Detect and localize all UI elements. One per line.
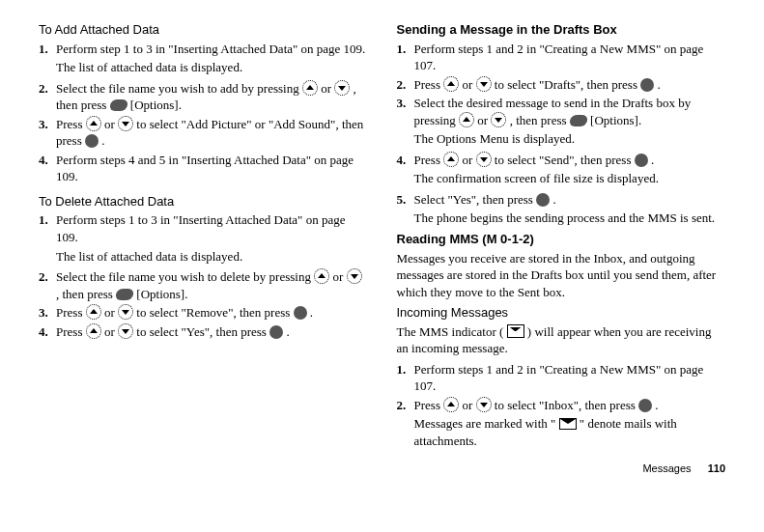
down-icon: [476, 397, 492, 412]
send-steps-list: 1. Perform steps 1 and 2 in "Creating a …: [397, 41, 726, 227]
up-icon: [443, 397, 459, 412]
step-number: 3.: [39, 304, 56, 322]
step-text: .: [310, 305, 313, 320]
up-icon: [314, 268, 329, 284]
step-text: to select "Inbox", then press: [495, 398, 638, 412]
step-body: Select the desired message to send in th…: [414, 95, 726, 128]
step-text: or: [462, 398, 475, 412]
step-number: 2.: [397, 397, 414, 414]
footer-section: Messages: [642, 462, 691, 474]
attachment-envelope-icon: [559, 418, 577, 430]
list-item: 5. Select "Yes", then press .: [397, 191, 726, 209]
step-text: Press: [56, 305, 86, 320]
list-item: 3. Press or to select "Remove", then pre…: [39, 304, 368, 322]
step-text: or: [462, 153, 475, 167]
list-item: 4. Press or to select "Send", then press…: [397, 152, 726, 169]
step-text: .: [657, 77, 660, 92]
step-number: 5.: [397, 191, 414, 209]
up-icon: [302, 80, 318, 96]
step-text: , then press: [56, 287, 116, 301]
ok-key-icon: [269, 325, 283, 339]
list-item: 2. Press or to select "Inbox", then pres…: [397, 397, 726, 414]
list-item: 2. Select the file name you wish to add …: [39, 80, 368, 114]
down-icon: [118, 116, 133, 131]
step-number: 4.: [39, 152, 56, 185]
ok-key-icon: [536, 193, 550, 207]
step-body: Select the file name you wish to delete …: [56, 268, 368, 302]
list-item: 1. Perform steps 1 to 3 in "Inserting At…: [39, 211, 368, 245]
step-text: .: [655, 398, 658, 412]
right-column: Sending a Message in the Drafts Box 1. P…: [397, 21, 726, 454]
step-text: to select "Remove", then press: [136, 305, 293, 320]
step-number: 3.: [39, 116, 56, 150]
step-body: Press or to select "Send", then press .: [414, 152, 726, 169]
step-subtext: The list of attached data is displayed.: [56, 59, 368, 76]
ok-key-icon: [640, 78, 654, 92]
down-icon: [118, 304, 133, 320]
step-number: 4.: [39, 323, 56, 341]
step-subtext: The confirmation screen of file size is …: [414, 170, 726, 187]
down-icon: [476, 152, 492, 167]
up-icon: [86, 116, 101, 131]
left-column: To Add Attached Data 1. Perform step 1 t…: [39, 21, 368, 454]
step-text: or: [477, 113, 491, 127]
heading-delete-attached: To Delete Attached Data: [39, 193, 368, 210]
mms-indicator-icon: [507, 324, 524, 338]
step-text: to select "Yes", then press: [136, 324, 269, 339]
up-icon: [443, 76, 459, 92]
down-icon: [118, 323, 133, 339]
down-icon: [334, 80, 350, 96]
delete-steps-list: 1. Perform steps 1 to 3 in "Inserting At…: [39, 211, 368, 340]
list-item: 3. Press or to select "Add Picture" or "…: [39, 116, 368, 150]
step-number: 1.: [39, 211, 56, 245]
step-text: Select the file name you wish to delete …: [56, 269, 314, 284]
step-text: Perform steps 1 and 2 in "Creating a New…: [414, 42, 704, 73]
step-number: 3.: [397, 95, 414, 128]
step-body: Select the file name you wish to add by …: [56, 80, 368, 114]
ok-key-icon: [635, 154, 648, 167]
up-icon: [86, 304, 101, 320]
step-number: 2.: [39, 80, 56, 114]
incoming-steps-list: 1. Perform steps 1 and 2 in "Creating a …: [397, 361, 726, 450]
step-number: 1.: [397, 41, 414, 74]
page-footer: Messages 110: [39, 462, 725, 476]
step-text: to select "Send", then press: [495, 153, 635, 167]
list-item: 4. Press or to select "Yes", then press …: [39, 323, 368, 341]
step-text: Select "Yes", then press: [414, 192, 537, 207]
heading-incoming: Incoming Messages: [397, 304, 726, 322]
list-item: 2. Select the file name you wish to dele…: [39, 268, 368, 302]
step-body: Press or to select "Add Picture" or "Add…: [56, 116, 368, 150]
step-text: .: [651, 153, 654, 167]
step-subtext: The phone begins the sending process and…: [414, 210, 726, 227]
list-item: 4. Perform steps 4 and 5 in "Inserting A…: [39, 152, 368, 185]
list-item: 1. Perform steps 1 and 2 in "Creating a …: [397, 361, 726, 395]
step-body: Perform steps 1 to 3 in "Inserting Attac…: [56, 211, 368, 245]
step-text: or: [462, 77, 475, 92]
step-text: Perform step 1 to 3 in "Inserting Attach…: [56, 42, 365, 56]
step-text: , then press: [510, 113, 570, 127]
step-body: Select "Yes", then press .: [414, 191, 726, 209]
softkey-icon: [109, 99, 128, 111]
step-text: to select "Drafts", then press: [495, 77, 640, 92]
step-subtext: Messages are marked with " " denote mail…: [414, 415, 726, 449]
step-number: 2.: [397, 76, 414, 94]
softkey-icon: [569, 115, 588, 126]
step-number: 1.: [39, 41, 56, 58]
step-text: Press: [414, 77, 444, 92]
heading-sending-drafts: Sending a Message in the Drafts Box: [397, 21, 726, 39]
step-text: Press: [56, 117, 86, 131]
step-text: or: [321, 81, 334, 96]
add-steps-list: 1. Perform step 1 to 3 in "Inserting Att…: [39, 41, 368, 185]
step-number: 4.: [397, 152, 414, 169]
list-item: 1. Perform step 1 to 3 in "Inserting Att…: [39, 41, 368, 58]
incoming-body-text: The MMS indicator ( ) will appear when y…: [397, 323, 726, 357]
step-body: Press or to select "Yes", then press .: [56, 323, 368, 341]
heading-reading-mms: Reading MMS (M 0-1-2): [397, 231, 726, 248]
step-text: or: [104, 324, 118, 339]
step-text: Perform steps 1 to 3 in "Inserting Attac…: [56, 212, 345, 244]
list-item: 3. Select the desired message to send in…: [397, 95, 726, 128]
down-icon: [476, 76, 492, 92]
ok-key-icon: [85, 134, 99, 148]
list-item: 2. Press or to select "Drafts", then pre…: [397, 76, 726, 94]
incoming-pre: The MMS indicator (: [397, 324, 504, 339]
